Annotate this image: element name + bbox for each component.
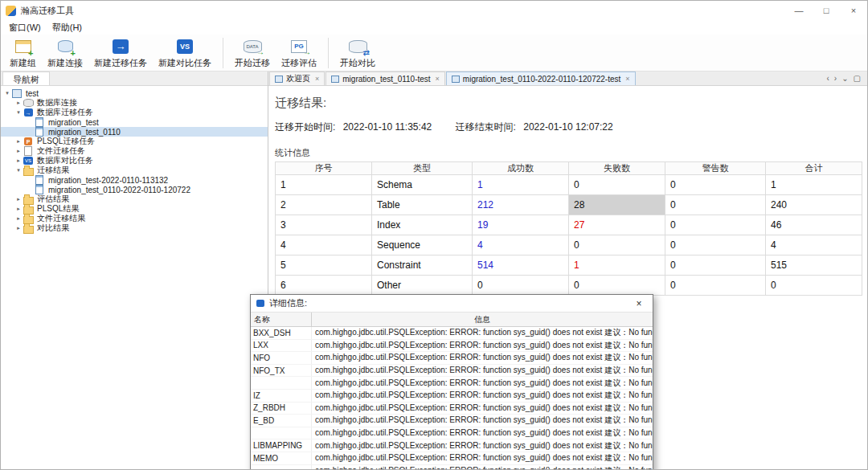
detail-row[interactable]: LIBMAPPINGcom.highgo.jdbc.util.PSQLExcep… — [251, 439, 653, 452]
maximize-button[interactable]: □ — [813, 1, 840, 20]
tree-item[interactable]: migration_test_0110 — [1, 127, 268, 137]
stats-cell: Sequence — [372, 235, 473, 255]
stats-cell: 1 — [473, 175, 569, 195]
new-connection-button[interactable]: 新建连接 — [42, 36, 88, 70]
tree-item[interactable]: migration_test-2022-0110-113132 — [1, 175, 268, 185]
tree-item-label: migration_test — [47, 118, 99, 127]
tree-item[interactable]: migration_test_0110-2022-0110-120722 — [1, 185, 268, 194]
start-compare-button[interactable]: 开始对比 — [334, 36, 381, 70]
tab-list-icon[interactable]: ⌄ — [841, 74, 848, 83]
detail-row[interactable]: com.highgo.jdbc.util.PSQLException: ERRO… — [251, 465, 653, 470]
tab-close-icon[interactable]: × — [625, 75, 629, 83]
stats-cell: 1 — [766, 175, 862, 195]
dialog-titlebar: 详细信息: × — [251, 295, 653, 313]
tab-close-icon[interactable]: × — [436, 75, 440, 83]
menu-window[interactable]: 窗口(W) — [3, 22, 47, 34]
detail-dialog: 详细信息: × 名称 信息 BXX_DSHcom.highgo.jdbc.uti… — [250, 294, 653, 470]
stats-cell: 515 — [766, 255, 862, 276]
stats-cell: 0 — [665, 255, 766, 276]
stats-cell: 4 — [276, 235, 372, 255]
collapse-icon[interactable]: ▾ — [3, 90, 11, 96]
tree-item[interactable]: ▾迁移结果 — [1, 166, 268, 175]
stats-cell: 0 — [569, 175, 665, 195]
stats-row[interactable]: 4Sequence4004 — [276, 235, 862, 255]
detail-info-cell: com.highgo.jdbc.util.PSQLException: ERRO… — [312, 390, 653, 401]
new-migration-task-button[interactable]: 新建迁移任务 — [88, 36, 153, 70]
end-time-value: 2022-01-10 12:07:22 — [523, 121, 612, 133]
detail-row[interactable]: Z_RBDHcom.highgo.jdbc.util.PSQLException… — [251, 403, 653, 415]
tree-item-label: 对比结果 — [36, 223, 69, 234]
stats-row[interactable]: 5Constraint51410515 — [276, 255, 862, 276]
folder-icon — [23, 204, 34, 214]
tab-migration-test-0110-test[interactable]: migration_test_0110-test× — [326, 72, 445, 85]
stats-header-row: 序号类型成功数失败数警告数合计 — [276, 162, 862, 175]
new-group-button[interactable]: 新建组 — [4, 36, 42, 70]
maximize-editor-icon[interactable]: ▢ — [854, 74, 861, 83]
detail-name-cell: LIBMAPPING — [251, 439, 312, 452]
folder-icon — [23, 214, 34, 223]
dialog-close-button[interactable]: × — [631, 298, 647, 309]
tree-item[interactable]: ▸对比结果 — [1, 223, 268, 233]
expand-icon[interactable]: ▸ — [14, 196, 23, 202]
stats-row[interactable]: 3Index1927046 — [276, 215, 862, 235]
detail-row[interactable]: BXX_DSHcom.highgo.jdbc.util.PSQLExceptio… — [251, 327, 653, 340]
stats-row[interactable]: 1Schema1001 — [276, 175, 862, 195]
migration-assess-button-label: 迁移评估 — [281, 57, 317, 69]
stats-cell: 0 — [665, 175, 766, 195]
expand-icon[interactable]: ▸ — [14, 157, 23, 164]
stats-cell: 19 — [473, 215, 569, 235]
detail-row[interactable]: MEMOcom.highgo.jdbc.util.PSQLException: … — [251, 452, 653, 465]
sidebar-header: 导航树 — [1, 72, 268, 86]
collapse-icon[interactable]: ▾ — [14, 167, 23, 174]
new-compare-task-button[interactable]: 新建对比任务 — [153, 36, 217, 70]
detail-row[interactable]: NFOcom.highgo.jdbc.util.PSQLException: E… — [251, 352, 653, 365]
tab-nav: ‹›⌄▢ — [820, 71, 867, 85]
close-button[interactable]: × — [840, 1, 867, 20]
expand-icon[interactable]: ▸ — [14, 206, 23, 212]
expand-icon[interactable]: ▸ — [14, 225, 23, 231]
column-header: 成功数 — [473, 162, 569, 175]
stats-table: 序号类型成功数失败数警告数合计 1Schema10012Table2122802… — [275, 161, 862, 296]
tab-forward-icon[interactable]: › — [834, 74, 837, 83]
detail-row[interactable]: LXXcom.highgo.jdbc.util.PSQLException: E… — [251, 340, 653, 353]
minimize-button[interactable]: — — [785, 1, 813, 20]
stats-cell: 5 — [276, 255, 372, 276]
collapse-icon[interactable]: ▾ — [14, 109, 23, 116]
detail-row[interactable]: com.highgo.jdbc.util.PSQLException: ERRO… — [251, 377, 653, 390]
tree-item[interactable]: migration_test — [1, 117, 268, 127]
file-icon — [23, 146, 34, 156]
expand-icon[interactable]: ▸ — [14, 138, 23, 145]
tab-migration-test-0110-result[interactable]: migration_test_0110-2022-0110-120722-tes… — [446, 72, 636, 85]
tab-label: migration_test_0110-test — [342, 75, 430, 84]
menu-help[interactable]: 帮助(H) — [47, 22, 88, 34]
detail-name-cell: LXX — [251, 340, 312, 352]
stats-row[interactable]: 6Other0000 — [276, 276, 862, 296]
stats-cell: 1 — [276, 175, 372, 195]
tab-back-icon[interactable]: ‹ — [826, 74, 829, 83]
stats-cell: Constraint — [372, 255, 473, 276]
expand-icon[interactable]: ▸ — [14, 215, 23, 222]
detail-row[interactable]: E_BDcom.highgo.jdbc.util.PSQLException: … — [251, 415, 653, 427]
stats-cell: Table — [372, 195, 473, 215]
dialog-table-header: 名称 信息 — [251, 313, 653, 327]
migration-assess-button[interactable]: 迁移评估 — [276, 36, 322, 70]
tab-welcome[interactable]: 欢迎页× — [269, 72, 325, 85]
folder-icon — [23, 166, 34, 175]
detail-row[interactable]: com.highgo.jdbc.util.PSQLException: ERRO… — [251, 427, 653, 440]
tree-item[interactable]: ▾数据库迁移任务 — [1, 108, 268, 117]
expand-icon[interactable]: ▸ — [14, 148, 23, 154]
tab-close-icon[interactable]: × — [315, 75, 319, 83]
stats-cell: 0 — [665, 235, 766, 255]
start-migration-button[interactable]: 开始迁移 — [229, 36, 276, 70]
detail-row[interactable]: IZcom.highgo.jdbc.util.PSQLException: ER… — [251, 390, 653, 403]
detail-row[interactable]: NFO_TXcom.highgo.jdbc.util.PSQLException… — [251, 365, 653, 378]
nav-tree-tab[interactable]: 导航树 — [2, 72, 50, 85]
stats-cell: 28 — [569, 195, 665, 215]
detail-info-cell: com.highgo.jdbc.util.PSQLException: ERRO… — [312, 452, 653, 464]
stats-row[interactable]: 2Table212280240 — [276, 195, 862, 215]
document-icon — [275, 76, 283, 83]
stats-cell: 514 — [473, 255, 569, 276]
expand-icon[interactable]: ▸ — [14, 100, 23, 106]
detail-body: BXX_DSHcom.highgo.jdbc.util.PSQLExceptio… — [251, 327, 653, 470]
doc-icon — [34, 117, 45, 127]
